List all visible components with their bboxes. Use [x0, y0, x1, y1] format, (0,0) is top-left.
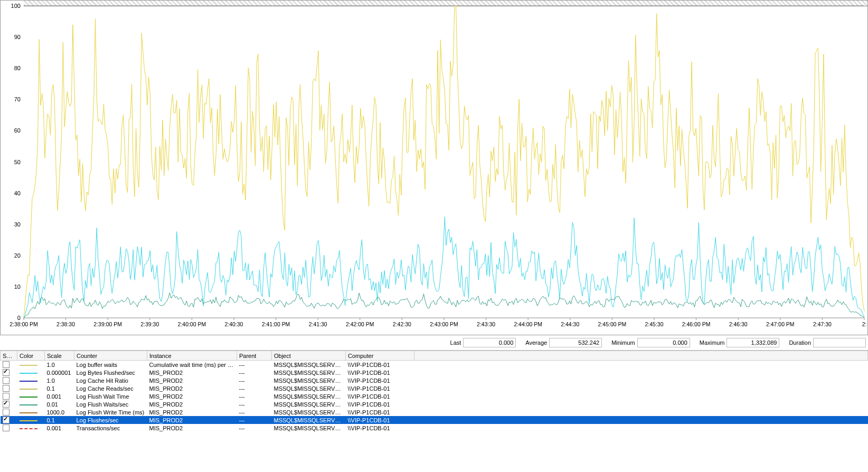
svg-text:100: 100	[11, 3, 21, 9]
object-cell: MSSQL$MISSQLSERVER20...	[272, 408, 346, 416]
instance-cell: Cumulative wait time (ms) per s...	[147, 361, 237, 369]
series-line	[24, 6, 864, 318]
column-header-spacer	[414, 351, 868, 361]
parent-cell: ---	[237, 376, 272, 384]
instance-cell: MIS_PROD2	[147, 424, 237, 432]
instance-cell: MIS_PROD2	[147, 369, 237, 376]
svg-text:90: 90	[14, 34, 21, 40]
svg-text:2:44:30: 2:44:30	[561, 322, 579, 327]
column-header[interactable]: Computer	[346, 351, 414, 361]
spacer-cell	[414, 369, 868, 376]
instance-cell: MIS_PROD2	[147, 416, 237, 424]
spacer-cell	[414, 392, 868, 400]
counter-cell: Log Cache Hit Ratio	[74, 376, 147, 384]
column-header[interactable]: Counter	[74, 351, 147, 361]
svg-text:2:42:30: 2:42:30	[393, 322, 411, 327]
stat-label-average: Average	[525, 339, 547, 346]
computer-cell: \\VIP-P1CDB-01	[346, 392, 414, 400]
stat-value-minimum: 0.000	[637, 338, 690, 347]
column-header[interactable]: Scale	[45, 351, 74, 361]
scale-cell: 0.001	[45, 392, 74, 400]
counter-row[interactable]: 0.001Log Flush Wait TimeMIS_PROD2---MSSQ…	[1, 392, 868, 400]
parent-cell: ---	[237, 384, 272, 392]
counter-row[interactable]: 1000.0Log Flush Write Time (ms)MIS_PROD2…	[1, 408, 868, 416]
counter-cell: Log buffer waits	[74, 361, 147, 369]
color-swatch	[17, 408, 45, 416]
scale-cell: 1000.0	[45, 408, 74, 416]
parent-cell: ---	[237, 408, 272, 416]
performance-chart: 01020304050607080901002:38:00 PM2:38:302…	[0, 0, 868, 335]
object-cell: MSSQL$MISSQLSERVER20...	[272, 376, 346, 384]
statistics-bar: Last 0.000 Average 532.242 Minimum 0.000…	[0, 335, 868, 348]
counter-row[interactable]: 1.0Log buffer waitsCumulative wait time …	[1, 361, 868, 369]
computer-cell: \\VIP-P1CDB-01	[346, 416, 414, 424]
svg-text:2:47:00 PM: 2:47:00 PM	[766, 322, 795, 327]
show-checkbox[interactable]	[1, 416, 17, 424]
show-checkbox[interactable]	[1, 361, 17, 369]
object-cell: MSSQL$MISSQLSERVER20...	[272, 424, 346, 432]
object-cell: MSSQL$MISSQLSERVER20...	[272, 416, 346, 424]
counter-list[interactable]: ShowColorScaleCounterInstanceParentObjec…	[0, 350, 868, 472]
column-header[interactable]: Color	[17, 351, 45, 361]
instance-cell: MIS_PROD2	[147, 376, 237, 384]
svg-text:2:47:30: 2:47:30	[813, 322, 832, 327]
column-header[interactable]: Object	[272, 351, 346, 361]
computer-cell: \\VIP-P1CDB-01	[346, 408, 414, 416]
svg-text:2:45:00 PM: 2:45:00 PM	[598, 322, 627, 327]
svg-text:50: 50	[14, 159, 21, 165]
counter-cell: Log Flush Wait Time	[74, 392, 147, 400]
svg-text:2:43:00 PM: 2:43:00 PM	[430, 322, 458, 327]
svg-text:2:41:30: 2:41:30	[309, 322, 327, 327]
color-swatch	[17, 369, 45, 376]
show-checkbox[interactable]	[1, 408, 17, 416]
stat-value-average: 532.242	[549, 338, 602, 347]
svg-text:2:45:30: 2:45:30	[645, 322, 664, 327]
show-checkbox[interactable]	[1, 384, 17, 392]
stat-label-last: Last	[450, 339, 461, 346]
show-checkbox[interactable]	[1, 376, 17, 384]
spacer-cell	[414, 384, 868, 392]
counter-cell: Log Flush Waits/sec	[74, 400, 147, 408]
counter-row[interactable]: 0.001Transactions/secMIS_PROD2---MSSQL$M…	[1, 424, 868, 432]
stat-label-minimum: Minimum	[611, 339, 635, 346]
spacer-cell	[414, 400, 868, 408]
svg-text:2:46:00 PM: 2:46:00 PM	[682, 322, 711, 327]
counter-row[interactable]: 0.1Log Flushes/secMIS_PROD2---MSSQL$MISS…	[1, 416, 868, 424]
stat-label-duration: Duration	[789, 339, 811, 346]
svg-text:2:41:00 PM: 2:41:00 PM	[262, 322, 290, 327]
computer-cell: \\VIP-P1CDB-01	[346, 369, 414, 376]
scale-cell: 0.1	[45, 384, 74, 392]
counter-row[interactable]: 0.01Log Flush Waits/secMIS_PROD2---MSSQL…	[1, 400, 868, 408]
counter-row[interactable]: 0.000001Log Bytes Flushed/secMIS_PROD2--…	[1, 369, 868, 376]
counter-cell: Log Flushes/sec	[74, 416, 147, 424]
color-swatch	[17, 361, 45, 369]
counter-cell: Log Cache Reads/sec	[74, 384, 147, 392]
spacer-cell	[414, 408, 868, 416]
spacer-cell	[414, 416, 868, 424]
svg-text:2:46:30: 2:46:30	[729, 322, 748, 327]
instance-cell: MIS_PROD2	[147, 384, 237, 392]
counter-cell: Log Flush Write Time (ms)	[74, 408, 147, 416]
computer-cell: \\VIP-P1CDB-01	[346, 384, 414, 392]
parent-cell: ---	[237, 392, 272, 400]
show-checkbox[interactable]	[1, 369, 17, 376]
svg-text:80: 80	[14, 65, 21, 71]
parent-cell: ---	[237, 416, 272, 424]
counter-row[interactable]: 0.1Log Cache Reads/secMIS_PROD2---MSSQL$…	[1, 384, 868, 392]
stat-value-maximum: 1,332.089	[727, 338, 779, 347]
svg-text:10: 10	[14, 284, 21, 290]
object-cell: MSSQL$MISSQLSERVER20...	[272, 392, 346, 400]
svg-text:2:39:00 PM: 2:39:00 PM	[93, 322, 122, 327]
spacer-cell	[414, 376, 868, 384]
show-checkbox[interactable]	[1, 424, 17, 432]
counter-row[interactable]: 1.0Log Cache Hit RatioMIS_PROD2---MSSQL$…	[1, 376, 868, 384]
show-checkbox[interactable]	[1, 400, 17, 408]
column-header[interactable]: Instance	[147, 351, 237, 361]
color-swatch	[17, 400, 45, 408]
column-header[interactable]: Show	[1, 351, 17, 361]
show-checkbox[interactable]	[1, 392, 17, 400]
computer-cell: \\VIP-P1CDB-01	[346, 424, 414, 432]
color-swatch	[17, 376, 45, 384]
column-header[interactable]: Parent	[237, 351, 272, 361]
scale-cell: 0.001	[45, 424, 74, 432]
